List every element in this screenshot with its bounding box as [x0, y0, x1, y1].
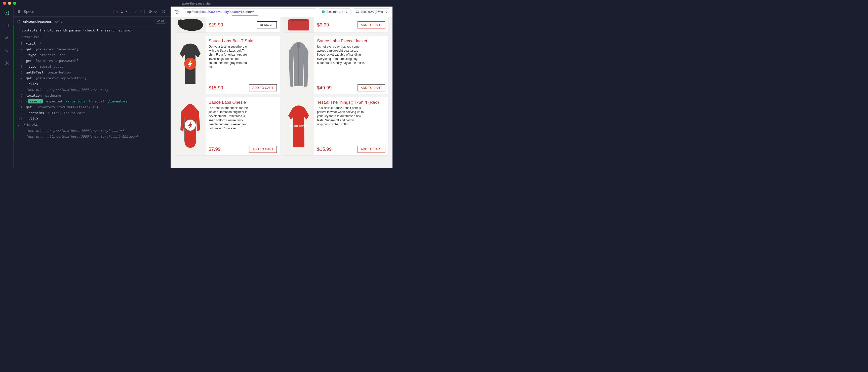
price: $9.99	[317, 22, 329, 28]
command-name: get	[26, 59, 32, 63]
svg-point-3	[7, 37, 8, 37]
viewport-select[interactable]: 1000x660 (95%)	[353, 8, 390, 16]
step-number: 3	[18, 53, 22, 57]
specs-tab-icon[interactable]	[4, 10, 9, 16]
inventory-item: test.allTheThings() Test.allTheThings() …	[283, 97, 389, 156]
command-arg: [data-test="username"]	[35, 47, 79, 51]
check-icon: ✓	[116, 10, 119, 13]
viewport-icon	[356, 10, 359, 13]
svg-point-6	[6, 63, 7, 64]
command-arg: login-button	[47, 70, 71, 74]
add-to-cart-button[interactable]: ADD TO CART	[358, 84, 385, 91]
product-image	[175, 18, 206, 32]
command-arg: standard_user	[40, 53, 65, 57]
event-url: http://localhost:3000/inventory	[47, 88, 108, 92]
command-name: click	[26, 117, 38, 121]
add-to-cart-button[interactable]: ADD TO CART	[249, 146, 277, 153]
command-name: click	[26, 82, 38, 86]
product-desc: This classic Sauce Labs t-shirt is perfe…	[317, 106, 365, 126]
command-row[interactable]: 8click	[13, 81, 170, 87]
add-to-cart-button[interactable]: ADD TO CART	[358, 146, 385, 153]
before-each-header[interactable]: ⌄ BEFORE EACH	[13, 34, 170, 40]
chevron-down-icon	[385, 10, 388, 13]
event-url: http://localhost:3000/inventory?count=1&…	[47, 135, 137, 138]
preview-panel: http://localhost:3000/inventory?count=1&…	[170, 6, 393, 168]
view-toggle-button[interactable]	[147, 9, 158, 14]
command-log-panel: Specs ✓ 1 ✕ -- ◌ --	[13, 6, 170, 168]
event-label: (new url)	[26, 88, 43, 92]
command-arg: secret_sauce	[40, 65, 63, 68]
command-row[interactable]: (new url) http://localhost:3000/inventor…	[13, 134, 170, 140]
svg-rect-1	[5, 12, 7, 12]
add-to-cart-button[interactable]: ADD TO CART	[358, 21, 385, 28]
command-name: type	[26, 65, 36, 68]
command-row[interactable]: 7get [data-test="login-button"]	[13, 75, 170, 81]
svg-point-9	[176, 11, 177, 12]
command-row[interactable]: 11get .inventory_item[data-itemid="4"]	[13, 104, 170, 110]
debug-sliders-icon[interactable]	[4, 35, 9, 41]
specs-header[interactable]: Specs	[17, 9, 34, 13]
url-highlight	[232, 16, 258, 16]
step-number: 12	[18, 111, 22, 115]
command-name: get	[26, 47, 32, 51]
pending-count: --	[140, 10, 142, 13]
command-name: type	[26, 53, 36, 57]
settings-icon[interactable]	[4, 60, 9, 66]
svg-point-7	[150, 11, 151, 12]
command-row[interactable]: 2get [data-test="username"]	[13, 46, 170, 52]
remove-button[interactable]: REMOVE	[257, 21, 277, 28]
product-title[interactable]: Sauce Labs Onesie	[209, 100, 277, 105]
svg-point-10	[323, 11, 323, 12]
chevron-down-icon: ⌄	[18, 123, 20, 126]
runs-icon[interactable]	[4, 23, 9, 28]
results-pill: ✓ 1 ✕ -- ◌ --	[113, 9, 145, 14]
spec-file-row[interactable]: url-search-params.cy.ts 00:01	[13, 17, 170, 26]
command-row[interactable]: 13click	[13, 116, 170, 122]
command-row[interactable]: (new url) http://localhost:3000/inventor…	[13, 128, 170, 134]
product-image	[283, 18, 314, 32]
product-title[interactable]: Sauce Labs Bolt T-Shirt	[209, 38, 277, 43]
bug-icon[interactable]	[4, 48, 9, 53]
step-number: 11	[18, 105, 22, 109]
browser-select[interactable]: Electron 118	[319, 8, 350, 16]
step-number: 10	[18, 100, 22, 103]
aut-frame[interactable]: $29.99 REMOVE $9.99 ADD TO CART	[170, 17, 393, 168]
command-arg: /	[39, 41, 41, 45]
command-row[interactable]: 5type secret_sauce	[13, 64, 170, 69]
step-number: 9	[18, 94, 22, 97]
command-arg: .inventory_item[data-itemid="4"]	[35, 105, 98, 109]
command-arg: pathname	[45, 94, 61, 97]
after-all-header[interactable]: ⌄ AFTER ALL	[13, 122, 170, 128]
rerun-button[interactable]	[160, 9, 167, 14]
activity-bar	[0, 6, 13, 168]
product-title[interactable]: Test.allTheThings() T-Shirt (Red)	[317, 100, 385, 105]
command-row[interactable]: 3type standard_user	[13, 52, 170, 58]
command-row[interactable]: 9location pathname	[13, 93, 170, 98]
command-name: contains	[26, 111, 44, 115]
command-row[interactable]: 4get [data-test="password"]	[13, 58, 170, 64]
price: $15.99	[209, 85, 223, 91]
url-bar[interactable]: http://localhost:3000/inventory?count=1&…	[183, 8, 316, 16]
command-arg: button, Add to cart	[48, 111, 85, 115]
price: $49.99	[317, 85, 332, 91]
svg-rect-2	[5, 24, 8, 27]
add-to-cart-button[interactable]: ADD TO CART	[249, 84, 277, 91]
test-title-row[interactable]: ✓ controls the URL search params (check …	[13, 26, 170, 34]
selector-playground-button[interactable]	[173, 8, 180, 16]
product-image	[175, 36, 206, 94]
command-row[interactable]: (new url) http://localhost:3000/inventor…	[13, 87, 170, 93]
electron-icon	[321, 10, 325, 13]
file-icon	[17, 20, 21, 23]
step-number: 5	[18, 65, 22, 68]
command-row[interactable]: 10-assert expected /inventory to equal /…	[13, 98, 170, 104]
product-title[interactable]: Sauce Labs Fleece Jacket	[317, 38, 385, 43]
step-number: 4	[18, 59, 22, 63]
inventory-item-partial: $9.99 ADD TO CART	[283, 17, 389, 33]
refresh-icon	[162, 10, 165, 13]
inventory-item: Sauce Labs Onesie Rib snap infant onesie…	[175, 97, 280, 156]
target-icon	[174, 9, 179, 14]
command-row[interactable]: 1visit /	[13, 40, 170, 46]
inventory-item-partial: $29.99 REMOVE	[175, 17, 280, 33]
command-row[interactable]: 12contains button, Add to cart	[13, 110, 170, 116]
command-row[interactable]: 6getByTest login-button	[13, 69, 170, 75]
